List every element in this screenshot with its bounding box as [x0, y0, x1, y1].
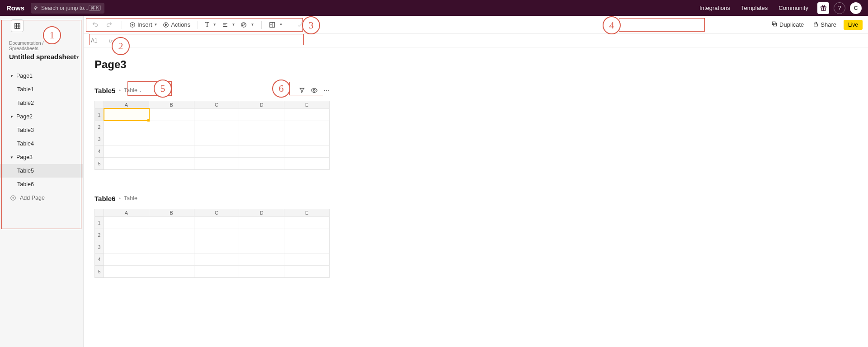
cell[interactable] — [194, 229, 240, 241]
row-header[interactable]: 3 — [95, 133, 104, 145]
nav-community[interactable]: Community — [778, 5, 808, 11]
row-header[interactable]: 5 — [95, 157, 104, 169]
grid-corner[interactable] — [95, 209, 104, 216]
nav-integrations[interactable]: Integrations — [699, 5, 730, 11]
svg-point-32 — [328, 90, 329, 91]
annotation-3: 3 — [302, 16, 320, 34]
row-header[interactable]: 2 — [95, 229, 104, 241]
cell[interactable] — [284, 229, 329, 241]
cell[interactable] — [284, 133, 329, 145]
cell[interactable] — [104, 265, 149, 277]
cell[interactable] — [149, 145, 194, 157]
cell[interactable] — [149, 121, 194, 133]
column-header[interactable]: C — [194, 209, 240, 216]
cell[interactable] — [194, 216, 240, 229]
row-header[interactable]: 5 — [95, 265, 104, 277]
column-header[interactable]: D — [239, 209, 284, 216]
cell[interactable] — [149, 133, 194, 145]
cell[interactable] — [239, 216, 284, 229]
cell[interactable] — [104, 133, 149, 145]
row-header[interactable]: 2 — [95, 121, 104, 133]
cell[interactable] — [194, 121, 240, 133]
cell[interactable] — [239, 229, 284, 241]
cell[interactable] — [284, 121, 329, 133]
column-header[interactable]: D — [239, 101, 284, 108]
gift-button[interactable] — [817, 2, 829, 14]
column-header[interactable]: B — [149, 101, 194, 108]
cell[interactable] — [104, 157, 149, 169]
cell[interactable] — [149, 229, 194, 241]
column-header[interactable]: C — [194, 101, 240, 108]
cell[interactable] — [194, 133, 240, 145]
cell[interactable] — [149, 108, 194, 121]
column-header[interactable]: E — [284, 209, 329, 216]
cell[interactable] — [239, 145, 284, 157]
cell[interactable] — [239, 157, 284, 169]
cell[interactable] — [149, 241, 194, 253]
cell[interactable] — [149, 265, 194, 277]
annotation-box-6 — [289, 82, 323, 95]
cell[interactable] — [149, 253, 194, 265]
nav-templates[interactable]: Templates — [741, 5, 768, 11]
column-header[interactable]: E — [284, 101, 329, 108]
avatar[interactable]: C — [850, 2, 862, 14]
cell[interactable] — [194, 157, 240, 169]
cell[interactable] — [104, 253, 149, 265]
spreadsheet-grid[interactable]: A B C D E 1 2 3 4 5 — [94, 209, 330, 278]
cell[interactable] — [149, 216, 194, 229]
cell[interactable] — [284, 265, 329, 277]
lock-icon — [813, 21, 819, 28]
row-header[interactable]: 4 — [95, 253, 104, 265]
brand-logo[interactable]: Rows — [6, 4, 24, 12]
live-button[interactable]: Live — [844, 20, 863, 30]
cell[interactable] — [239, 253, 284, 265]
annotation-2: 2 — [112, 37, 130, 55]
page-title: Page3 — [94, 58, 868, 71]
row-header[interactable]: 3 — [95, 241, 104, 253]
table-view-label[interactable]: Table — [124, 195, 137, 202]
cell[interactable] — [104, 241, 149, 253]
cell[interactable] — [284, 241, 329, 253]
cell[interactable] — [284, 216, 329, 229]
cell[interactable] — [194, 241, 240, 253]
cell[interactable] — [194, 145, 240, 157]
svg-rect-28 — [814, 23, 818, 26]
cell[interactable] — [104, 216, 149, 229]
share-button[interactable]: Share — [813, 21, 836, 28]
annotation-5: 5 — [154, 80, 172, 98]
cell[interactable] — [239, 108, 284, 121]
top-header: Rows Search or jump to... ⌘ K Integratio… — [0, 0, 868, 16]
help-button[interactable]: ? — [834, 2, 845, 14]
row-header[interactable]: 1 — [95, 216, 104, 229]
annotation-6: 6 — [272, 80, 290, 98]
column-header[interactable]: B — [149, 209, 194, 216]
cell[interactable] — [239, 133, 284, 145]
cell[interactable] — [104, 108, 149, 121]
cell[interactable] — [194, 265, 240, 277]
cell[interactable] — [104, 145, 149, 157]
duplicate-button[interactable]: Duplicate — [771, 21, 804, 28]
more-button[interactable] — [323, 87, 330, 94]
svg-point-31 — [326, 90, 327, 91]
spreadsheet-grid[interactable]: A B C D E 1 2 3 4 5 — [94, 101, 330, 170]
cell[interactable] — [284, 253, 329, 265]
global-search[interactable]: Search or jump to... ⌘ K — [31, 3, 104, 14]
row-header[interactable]: 4 — [95, 145, 104, 157]
cell[interactable] — [149, 157, 194, 169]
row-header[interactable]: 1 — [95, 108, 104, 121]
table-title[interactable]: Table5 — [94, 87, 115, 94]
cell[interactable] — [284, 157, 329, 169]
column-header[interactable]: A — [104, 101, 149, 108]
cell[interactable] — [239, 241, 284, 253]
cell[interactable] — [194, 108, 240, 121]
cell[interactable] — [239, 265, 284, 277]
cell[interactable] — [194, 253, 240, 265]
cell[interactable] — [104, 121, 149, 133]
cell[interactable] — [284, 108, 329, 121]
cell[interactable] — [104, 229, 149, 241]
cell[interactable] — [284, 145, 329, 157]
table-title[interactable]: Table6 — [94, 195, 115, 202]
cell[interactable] — [239, 121, 284, 133]
column-header[interactable]: A — [104, 209, 149, 216]
grid-corner[interactable] — [95, 101, 104, 108]
